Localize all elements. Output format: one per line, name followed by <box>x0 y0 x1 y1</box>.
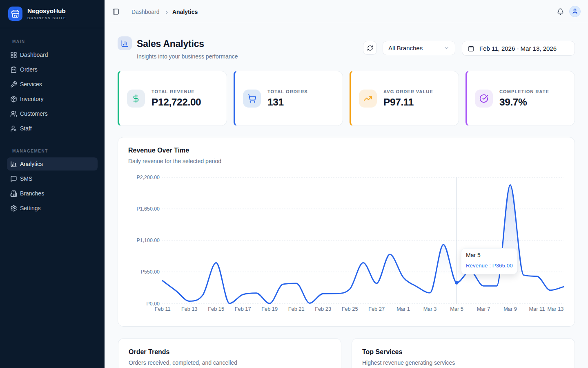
svg-text:Feb 19: Feb 19 <box>261 306 278 312</box>
svg-text:Feb 21: Feb 21 <box>288 306 305 312</box>
svg-text:P2,200.00: P2,200.00 <box>137 175 160 180</box>
svg-text:Mar 7: Mar 7 <box>477 306 490 312</box>
svg-text:Feb 13: Feb 13 <box>181 306 198 312</box>
svg-text:Feb 17: Feb 17 <box>235 306 251 312</box>
svg-text:P1,100.00: P1,100.00 <box>137 238 160 243</box>
svg-text:Mar 5: Mar 5 <box>450 306 463 312</box>
svg-text:Feb 23: Feb 23 <box>315 306 331 312</box>
svg-text:Mar 13: Mar 13 <box>548 306 564 312</box>
svg-text:Mar 9: Mar 9 <box>503 306 517 312</box>
svg-text:P550.00: P550.00 <box>141 269 160 275</box>
svg-text:Mar 1: Mar 1 <box>396 306 410 312</box>
svg-text:Mar 11: Mar 11 <box>529 306 545 312</box>
svg-text:Feb 27: Feb 27 <box>368 306 385 312</box>
svg-text:Feb 15: Feb 15 <box>208 306 224 312</box>
svg-text:Feb 11: Feb 11 <box>155 306 171 312</box>
svg-text:Feb 25: Feb 25 <box>342 306 358 312</box>
svg-text:P1,650.00: P1,650.00 <box>137 206 160 212</box>
svg-text:Mar 3: Mar 3 <box>423 306 437 312</box>
